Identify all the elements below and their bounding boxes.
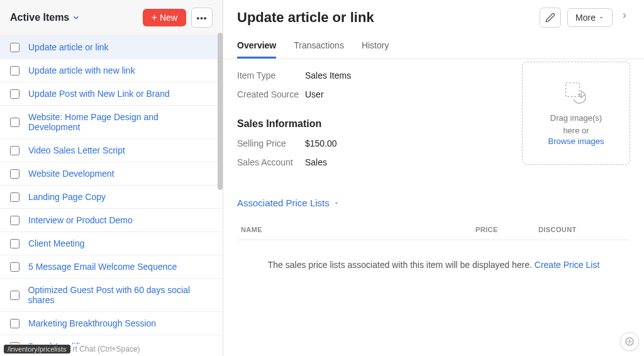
next-arrow[interactable] [619, 9, 630, 26]
list-item[interactable]: Video Sales Letter Script [0, 139, 223, 162]
list-item-checkbox[interactable] [10, 43, 19, 52]
list-item-label: Video Sales Letter Script [28, 145, 125, 155]
list-item-label: Marketing Breakthrough Session [28, 318, 156, 328]
list-item-label: 5 Message Email Welcome Sequence [28, 262, 177, 272]
main-body: Item Type Sales Items Created Source Use… [223, 59, 644, 356]
overview-left: Item Type Sales Items Created Source Use… [237, 70, 508, 176]
list-item-checkbox[interactable] [10, 216, 19, 225]
dropzone-text: Drag image(s) here or [550, 112, 602, 136]
created-source-label: Created Source [237, 89, 305, 99]
list-item[interactable]: Optimized Guest Post with 60 days social… [0, 279, 223, 312]
list-item[interactable]: Update article or link [0, 36, 223, 59]
list-item[interactable]: Update article with new link [0, 59, 223, 82]
main-panel: Update article or link More OverviewTran… [223, 0, 644, 356]
browse-images-link[interactable]: Browse images [548, 136, 604, 146]
price-list-empty: The sales price lists associated with th… [237, 240, 630, 275]
svg-rect-0 [566, 83, 580, 97]
tab-transactions[interactable]: Transactions [294, 34, 344, 58]
list-item-checkbox[interactable] [10, 66, 19, 75]
new-button-label: New [160, 13, 177, 23]
list-item[interactable]: Website Development [0, 162, 223, 186]
sales-account-value: Sales [305, 157, 327, 167]
list-item-checkbox[interactable] [10, 118, 19, 127]
list-item-label: Landing Page Copy [28, 192, 106, 202]
filter-label: Active Items [10, 12, 69, 23]
list-item[interactable]: Website: Home Page Design and Developmen… [0, 106, 223, 139]
item-type-label: Item Type [237, 70, 305, 81]
selling-price-value: $150.00 [305, 138, 337, 148]
dots-icon: ••• [197, 13, 208, 23]
chevron-right-icon [620, 9, 629, 22]
col-name: NAME [241, 226, 475, 233]
item-type-value: Sales Items [305, 70, 351, 81]
tabs: OverviewTransactionsHistory [223, 34, 644, 59]
list-item[interactable]: Landing Page Copy [0, 186, 223, 209]
list-item-label: Interview or Product Demo [28, 215, 133, 225]
caret-down-icon [598, 14, 604, 21]
list-item-label: Update Post with New Link or Brand [28, 89, 170, 99]
list-item-label: Update article with new link [28, 65, 135, 75]
more-label: More [575, 13, 596, 23]
sparkle-icon [624, 336, 635, 347]
upload-icon [562, 81, 590, 106]
plus-icon: + [152, 13, 157, 23]
created-source-value: User [305, 89, 324, 99]
col-discount: DISCOUNT [538, 226, 626, 233]
footer-path: /inventory/pricelists [4, 345, 70, 353]
tab-history[interactable]: History [362, 34, 389, 58]
col-price: PRICE [475, 226, 538, 233]
item-list[interactable]: Update article or linkUpdate article wit… [0, 36, 223, 356]
selling-price-label: Selling Price [237, 138, 305, 148]
list-item-checkbox[interactable] [10, 319, 19, 328]
image-dropzone[interactable]: Drag image(s) here or Browse images [522, 62, 630, 165]
edit-button[interactable] [540, 8, 561, 28]
sidebar: Active Items + New ••• Update article or… [0, 0, 223, 356]
more-dropdown[interactable]: More [567, 8, 613, 27]
create-price-list-link[interactable]: Create Price List [535, 260, 599, 270]
list-item-checkbox[interactable] [10, 146, 19, 155]
assistant-bubble[interactable] [620, 332, 639, 351]
filter-dropdown[interactable]: Active Items [10, 12, 80, 23]
list-item-label: Optimized Guest Post with 60 days social… [28, 285, 213, 305]
list-item-checkbox[interactable] [10, 169, 19, 179]
pencil-icon [545, 13, 555, 23]
list-item-checkbox[interactable] [10, 192, 19, 202]
page-title: Update article or link [237, 9, 374, 26]
caret-down-icon [333, 200, 340, 206]
list-item[interactable]: Update Post with New Link or Brand [0, 82, 223, 106]
scrollbar[interactable] [218, 33, 223, 190]
list-item-checkbox[interactable] [10, 291, 19, 300]
list-item[interactable]: Marketing Breakthrough Session [0, 312, 223, 335]
list-item[interactable]: 5 Message Email Welcome Sequence [0, 255, 223, 279]
list-item[interactable]: Interview or Product Demo [0, 209, 223, 232]
chevron-down-icon [72, 13, 80, 22]
sales-info-title: Sales Information [237, 118, 508, 130]
list-item-checkbox[interactable] [10, 262, 19, 272]
list-item-label: Website: Home Page Design and Developmen… [28, 112, 213, 132]
list-item-checkbox[interactable] [10, 239, 19, 248]
associated-price-lists: Associated Price Lists NAME PRICE DISCOU… [237, 197, 630, 275]
new-button[interactable]: + New [143, 9, 186, 26]
price-list-header: NAME PRICE DISCOUNT [237, 216, 630, 240]
list-item-label: Update article or link [28, 42, 109, 52]
main-header: Update article or link More [223, 0, 644, 34]
footer-chat-hint: rt Chat (Ctrl+Space) [73, 345, 140, 353]
list-item-checkbox[interactable] [10, 89, 19, 99]
sidebar-header: Active Items + New ••• [0, 0, 223, 36]
footer-hint: /inventory/pricelistsrt Chat (Ctrl+Space… [1, 344, 143, 354]
associated-price-lists-toggle[interactable]: Associated Price Lists [237, 197, 340, 208]
list-item-label: Client Meeting [28, 238, 85, 248]
list-item[interactable]: Client Meeting [0, 232, 223, 255]
list-item-label: Website Development [28, 169, 114, 179]
tab-overview[interactable]: Overview [237, 34, 276, 58]
sales-account-label: Sales Account [237, 157, 305, 167]
sidebar-more-button[interactable]: ••• [191, 8, 213, 28]
